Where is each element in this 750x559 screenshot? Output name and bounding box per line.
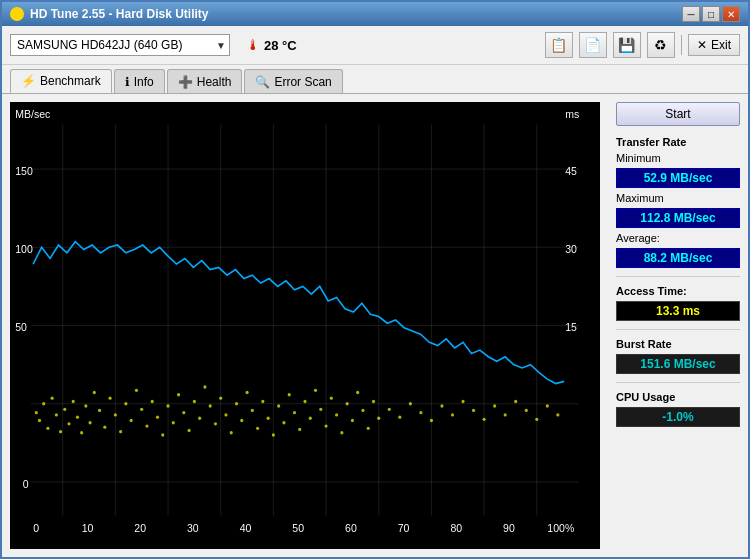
svg-point-118 — [525, 409, 528, 412]
tab-info-label: Info — [134, 75, 154, 89]
toolbar: SAMSUNG HD642JJ (640 GB) ▼ 🌡 28 °C 📋 📄 💾… — [2, 26, 748, 65]
exit-label: Exit — [711, 38, 731, 52]
drive-select[interactable]: SAMSUNG HD642JJ (640 GB) — [10, 34, 230, 56]
svg-point-106 — [398, 415, 401, 418]
tab-health[interactable]: ➕ Health — [167, 69, 243, 93]
svg-point-70 — [198, 417, 201, 420]
svg-point-113 — [472, 409, 475, 412]
svg-point-43 — [63, 408, 66, 411]
svg-point-82 — [261, 400, 264, 403]
svg-point-107 — [409, 402, 412, 405]
refresh-btn[interactable]: ♻ — [647, 32, 675, 58]
svg-point-100 — [356, 391, 359, 394]
svg-point-49 — [88, 421, 91, 424]
svg-point-102 — [367, 427, 370, 430]
svg-text:100: 100 — [15, 243, 33, 255]
svg-point-112 — [461, 400, 464, 403]
close-button[interactable]: ✕ — [722, 6, 740, 22]
access-time-label: Access Time: — [616, 285, 740, 297]
svg-point-88 — [293, 411, 296, 414]
svg-point-116 — [504, 413, 507, 416]
tab-benchmark[interactable]: ⚡ Benchmark — [10, 69, 112, 93]
window-title: HD Tune 2.55 - Hard Disk Utility — [30, 7, 208, 21]
svg-point-99 — [351, 419, 354, 422]
tab-info[interactable]: ℹ Info — [114, 69, 165, 93]
svg-point-105 — [388, 408, 391, 411]
toolbar-separator — [681, 35, 682, 55]
minimum-label: Minimum — [616, 152, 740, 164]
svg-point-50 — [93, 391, 96, 394]
svg-point-56 — [124, 402, 127, 405]
svg-point-52 — [103, 426, 106, 429]
main-window: HD Tune 2.55 - Hard Disk Utility ─ □ ✕ S… — [0, 0, 750, 559]
title-bar-left: HD Tune 2.55 - Hard Disk Utility — [10, 7, 208, 21]
svg-point-72 — [209, 404, 212, 407]
svg-point-84 — [272, 433, 275, 436]
svg-point-58 — [135, 389, 138, 392]
svg-point-45 — [72, 400, 75, 403]
svg-point-81 — [256, 427, 259, 430]
temperature-value: 28 °C — [264, 38, 297, 53]
svg-point-91 — [309, 417, 312, 420]
title-bar: HD Tune 2.55 - Hard Disk Utility ─ □ ✕ — [2, 2, 748, 26]
svg-point-60 — [145, 424, 148, 427]
minimum-value: 52.9 MB/sec — [616, 168, 740, 188]
tab-health-label: Health — [197, 75, 232, 89]
minimize-button[interactable]: ─ — [682, 6, 700, 22]
svg-text:150: 150 — [15, 164, 33, 176]
svg-point-75 — [224, 413, 227, 416]
burst-rate-section: Burst Rate 151.6 MB/sec — [616, 338, 740, 374]
svg-point-110 — [440, 404, 443, 407]
transfer-rate-section: Transfer Rate Minimum 52.9 MB/sec Maximu… — [616, 136, 740, 268]
svg-point-98 — [346, 402, 349, 405]
tab-error-scan[interactable]: 🔍 Error Scan — [244, 69, 342, 93]
info-icon: ℹ — [125, 75, 130, 89]
svg-text:50: 50 — [15, 321, 27, 333]
average-label: Average: — [616, 232, 740, 244]
svg-point-51 — [98, 409, 101, 412]
benchmark-chart: MB/sec 150 100 50 0 ms 45 30 15 0 10 20 … — [10, 102, 600, 549]
cpu-usage-value: -1.0% — [616, 407, 740, 427]
svg-point-94 — [324, 424, 327, 427]
svg-point-41 — [55, 413, 58, 416]
chart-svg: MB/sec 150 100 50 0 ms 45 30 15 0 10 20 … — [10, 102, 600, 549]
svg-point-63 — [161, 433, 164, 436]
svg-point-103 — [372, 400, 375, 403]
tab-bar: ⚡ Benchmark ℹ Info ➕ Health 🔍 Error Scan — [2, 65, 748, 93]
tab-error-scan-label: Error Scan — [274, 75, 331, 89]
copy-btn[interactable]: 📋 — [545, 32, 573, 58]
svg-text:0: 0 — [33, 522, 39, 534]
document-btn[interactable]: 📄 — [579, 32, 607, 58]
thermometer-icon: 🌡 — [246, 37, 260, 53]
exit-button[interactable]: ✕ Exit — [688, 34, 740, 56]
svg-point-40 — [51, 396, 54, 399]
svg-point-92 — [314, 389, 317, 392]
access-time-value: 13.3 ms — [616, 301, 740, 321]
svg-point-121 — [556, 413, 559, 416]
burst-rate-label: Burst Rate — [616, 338, 740, 350]
svg-point-67 — [182, 411, 185, 414]
svg-text:0: 0 — [23, 477, 29, 489]
svg-text:ms: ms — [565, 107, 580, 119]
svg-point-61 — [151, 400, 154, 403]
error-scan-icon: 🔍 — [255, 75, 270, 89]
save-btn[interactable]: 💾 — [613, 32, 641, 58]
svg-text:80: 80 — [450, 522, 462, 534]
average-value: 88.2 MB/sec — [616, 248, 740, 268]
svg-text:100%: 100% — [547, 522, 574, 534]
transfer-rate-label: Transfer Rate — [616, 136, 740, 148]
svg-point-85 — [277, 404, 280, 407]
svg-point-96 — [335, 413, 338, 416]
svg-point-87 — [288, 393, 291, 396]
svg-point-119 — [535, 418, 538, 421]
start-button[interactable]: Start — [616, 102, 740, 126]
maximize-button[interactable]: □ — [702, 6, 720, 22]
maximum-label: Maximum — [616, 192, 740, 204]
svg-text:30: 30 — [565, 243, 577, 255]
svg-point-89 — [298, 428, 301, 431]
svg-point-93 — [319, 408, 322, 411]
svg-point-101 — [361, 409, 364, 412]
svg-point-36 — [35, 411, 38, 414]
svg-point-64 — [166, 404, 169, 407]
svg-text:30: 30 — [187, 522, 199, 534]
